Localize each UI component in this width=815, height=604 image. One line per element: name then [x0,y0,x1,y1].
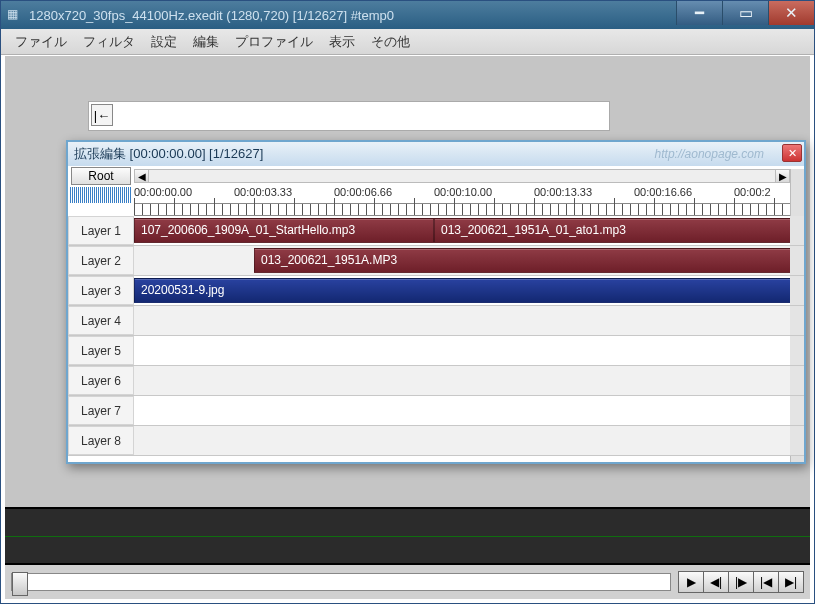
jump-start-button[interactable]: |◀ [753,571,779,593]
ruler-tick: 00:00:2 [734,186,771,198]
scroll-right-icon[interactable]: ▶ [775,170,789,182]
zoom-indicator[interactable] [70,187,132,203]
menu-6[interactable]: その他 [363,29,418,55]
step-back-button[interactable]: ◀| [703,571,729,593]
seek-slider[interactable] [11,573,671,591]
layer-track[interactable]: 20200531-9.jpg [134,276,804,305]
layer-row: Layer 7 [68,396,804,426]
horizontal-scrollbar[interactable]: ◀ ▶ [134,169,790,183]
layer-label[interactable]: Layer 8 [68,426,134,455]
preview-canvas: |← [88,101,610,131]
menu-3[interactable]: 編集 [185,29,227,55]
layer-track[interactable] [134,366,804,395]
close-button[interactable]: ✕ [768,1,814,25]
clip[interactable]: 013_200621_1951A_01_ato1.mp3 [434,218,794,243]
ruler-tick: 00:00:06.66 [334,186,392,198]
menu-1[interactable]: フィルタ [75,29,143,55]
menu-0[interactable]: ファイル [7,29,75,55]
layer-row: Layer 6 [68,366,804,396]
clip[interactable]: 20200531-9.jpg [134,278,794,303]
clip[interactable]: 013_200621_1951A.MP3 [254,248,794,273]
menu-2[interactable]: 設定 [143,29,185,55]
transport-controls: ▶ ◀| |▶ |◀ ▶| [5,565,810,599]
layer-row: Layer 8 [68,426,804,456]
root-button[interactable]: Root [71,167,131,185]
step-forward-button[interactable]: |▶ [728,571,754,593]
scroll-left-icon[interactable]: ◀ [135,170,149,182]
menu-4[interactable]: プロファイル [227,29,321,55]
exedit-close-button[interactable]: ✕ [782,144,802,162]
go-start-button[interactable]: |← [91,104,113,126]
app-icon: ▦ [7,7,23,23]
layer-track[interactable] [134,336,804,365]
time-ruler[interactable]: 00:00:00.0000:00:03.3300:00:06.6600:00:1… [134,186,790,216]
ruler-tick: 00:00:03.33 [234,186,292,198]
preview-timeline [5,507,810,565]
exedit-panel: 拡張編集 [00:00:00.00] [1/12627] http://aono… [66,140,806,464]
maximize-button[interactable]: ▭ [722,1,768,25]
layer-label[interactable]: Layer 2 [68,246,134,275]
layer-label[interactable]: Layer 6 [68,366,134,395]
menu-5[interactable]: 表示 [321,29,363,55]
play-button[interactable]: ▶ [678,571,704,593]
menu-bar: ファイルフィルタ設定編集プロファイル表示その他 [1,29,814,55]
layer-label[interactable]: Layer 5 [68,336,134,365]
layer-label[interactable]: Layer 7 [68,396,134,425]
layer-track[interactable]: 107_200606_1909A_01_StartHello.mp3013_20… [134,216,804,245]
ruler-tick: 00:00:00.00 [134,186,192,198]
ruler-tick: 00:00:13.33 [534,186,592,198]
jump-end-button[interactable]: ▶| [778,571,804,593]
main-titlebar[interactable]: ▦ 1280x720_30fps_44100Hz.exedit (1280,72… [1,1,814,29]
layer-label[interactable]: Layer 3 [68,276,134,305]
watermark: http://aonopage.com [655,147,764,161]
layers-area: Layer 1107_200606_1909A_01_StartHello.mp… [68,216,804,462]
layer-label[interactable]: Layer 1 [68,216,134,245]
ruler-tick: 00:00:16.66 [634,186,692,198]
layer-track[interactable] [134,426,804,455]
layer-row: Layer 320200531-9.jpg [68,276,804,306]
layer-row: Layer 2013_200621_1951A.MP3 [68,246,804,276]
exedit-title: 拡張編集 [00:00:00.00] [1/12627] [74,145,263,163]
layer-row: Layer 4 [68,306,804,336]
layer-track[interactable] [134,306,804,335]
layer-row: Layer 1107_200606_1909A_01_StartHello.mp… [68,216,804,246]
ruler-tick: 00:00:10.00 [434,186,492,198]
layer-label[interactable]: Layer 4 [68,306,134,335]
layer-track[interactable]: 013_200621_1951A.MP3 [134,246,804,275]
layer-track[interactable] [134,396,804,425]
layer-row: Layer 5 [68,336,804,366]
main-title: 1280x720_30fps_44100Hz.exedit (1280,720)… [29,8,394,23]
minimize-button[interactable]: ━ [676,1,722,25]
clip[interactable]: 107_200606_1909A_01_StartHello.mp3 [134,218,434,243]
exedit-titlebar[interactable]: 拡張編集 [00:00:00.00] [1/12627] http://aono… [68,142,804,166]
